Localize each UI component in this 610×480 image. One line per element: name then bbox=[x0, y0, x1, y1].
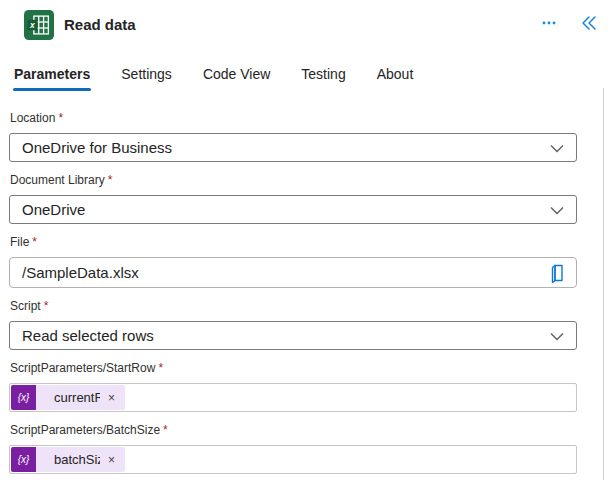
tab-settings[interactable]: Settings bbox=[120, 66, 173, 91]
location-dropdown[interactable]: OneDrive for Business bbox=[9, 133, 577, 162]
remove-token-icon[interactable]: × bbox=[104, 390, 119, 406]
required-asterisk: * bbox=[44, 299, 49, 313]
document-library-label: Document Library* bbox=[9, 173, 577, 188]
document-library-value: OneDrive bbox=[22, 201, 85, 218]
file-input-box bbox=[9, 257, 577, 288]
required-asterisk: * bbox=[163, 423, 168, 437]
location-value: OneDrive for Business bbox=[22, 139, 172, 156]
tab-code-view[interactable]: Code View bbox=[202, 66, 271, 91]
file-picker-icon[interactable] bbox=[548, 261, 568, 285]
location-label: Location* bbox=[9, 111, 577, 126]
chevron-down-icon bbox=[550, 327, 564, 344]
svg-text:x: x bbox=[29, 20, 35, 30]
batch-size-input[interactable]: {x} batchSize × bbox=[9, 445, 577, 474]
parameters-form: Location* OneDrive for Business Document… bbox=[0, 91, 610, 474]
field-batch-size: ScriptParameters/BatchSize* {x} batchSiz… bbox=[9, 423, 577, 474]
field-location: Location* OneDrive for Business bbox=[9, 111, 577, 162]
expression-token-icon: {x} bbox=[11, 447, 36, 472]
chevron-down-icon bbox=[550, 201, 564, 218]
required-asterisk: * bbox=[58, 111, 63, 125]
script-dropdown[interactable]: Read selected rows bbox=[9, 321, 577, 350]
tab-testing[interactable]: Testing bbox=[300, 66, 346, 91]
remove-token-icon[interactable]: × bbox=[104, 452, 119, 468]
token-text: batchSize bbox=[36, 452, 100, 467]
more-options-icon[interactable] bbox=[536, 12, 562, 34]
start-row-token-pill[interactable]: {x} currentR... × bbox=[11, 385, 125, 410]
chevron-down-icon bbox=[550, 139, 564, 156]
action-config-panel: x Read data Parameters Settings C bbox=[0, 0, 610, 480]
required-asterisk: * bbox=[158, 361, 163, 375]
panel-header: x Read data bbox=[0, 0, 610, 50]
required-asterisk: * bbox=[32, 235, 37, 249]
batch-size-label: ScriptParameters/BatchSize* bbox=[9, 423, 577, 438]
start-row-input[interactable]: {x} currentR... × bbox=[9, 383, 577, 412]
expression-token-icon: {x} bbox=[11, 385, 36, 410]
file-label: File* bbox=[9, 235, 577, 250]
tab-parameters[interactable]: Parameters bbox=[13, 66, 91, 91]
collapse-panel-icon[interactable] bbox=[576, 12, 602, 34]
field-start-row: ScriptParameters/StartRow* {x} currentR.… bbox=[9, 361, 577, 412]
batch-size-token-pill[interactable]: {x} batchSize × bbox=[11, 447, 125, 472]
field-script: Script* Read selected rows bbox=[9, 299, 577, 350]
action-title: Read data bbox=[64, 10, 136, 40]
panel-right-border bbox=[603, 88, 604, 480]
field-document-library: Document Library* OneDrive bbox=[9, 173, 577, 224]
script-label: Script* bbox=[9, 299, 577, 314]
script-value: Read selected rows bbox=[22, 327, 154, 344]
field-file: File* bbox=[9, 235, 577, 288]
token-text: currentR... bbox=[36, 390, 100, 405]
document-library-dropdown[interactable]: OneDrive bbox=[9, 195, 577, 224]
tab-about[interactable]: About bbox=[376, 66, 415, 91]
file-input[interactable] bbox=[10, 258, 548, 287]
required-asterisk: * bbox=[108, 173, 113, 187]
tab-bar: Parameters Settings Code View Testing Ab… bbox=[0, 66, 610, 91]
start-row-label: ScriptParameters/StartRow* bbox=[9, 361, 577, 376]
excel-icon: x bbox=[24, 10, 54, 40]
